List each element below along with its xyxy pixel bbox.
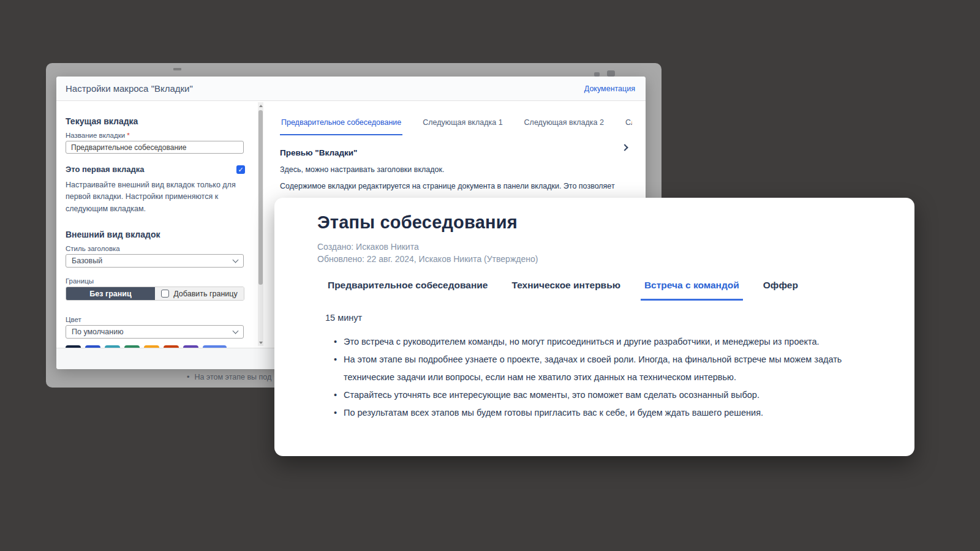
- list-item: Старайтесь уточнять все интересующие вас…: [334, 386, 858, 404]
- interview-stages-card: Этапы собеседования Создано: Искаков Ник…: [274, 198, 914, 456]
- tab-content: 15 минут Это встреча с руководителем ком…: [325, 313, 867, 422]
- chevron-down-icon: [233, 257, 239, 263]
- tab-offer[interactable]: Оффер: [760, 280, 802, 301]
- scrollbar-thumb[interactable]: [258, 110, 263, 285]
- add-border-segment[interactable]: Добавить границу: [155, 287, 244, 300]
- preview-tabs: Предварительное собеседование Следующая …: [280, 118, 632, 135]
- documentation-link[interactable]: Документация: [584, 84, 635, 93]
- chevron-down-icon: [233, 328, 239, 334]
- preview-tab-1[interactable]: Предварительное собеседование: [280, 118, 402, 135]
- header-style-select[interactable]: Базовый: [66, 254, 244, 268]
- first-tab-row: Это первая вкладка ✓: [66, 165, 245, 174]
- add-border-checkbox[interactable]: [161, 290, 169, 298]
- form-scrollbar[interactable]: [258, 102, 263, 346]
- preview-paragraph-1: Здесь, можно настраивать заголовки вклад…: [280, 165, 645, 174]
- color-select[interactable]: По умолчанию: [66, 325, 244, 339]
- first-tab-hint: Настраивайте внешний вид вкладок только …: [66, 179, 244, 215]
- tab-preliminary-interview[interactable]: Предварительное собеседование: [324, 280, 491, 301]
- preview-tab-2[interactable]: Следующая вкладка 1: [421, 118, 503, 134]
- list-item: Это встреча с руководителем команды, но …: [334, 333, 858, 351]
- preview-heading: Превью "Вкладки": [280, 148, 645, 157]
- tab-name-label: Название вкладки *: [66, 132, 248, 139]
- tabs-overflow-chevron-icon[interactable]: [622, 143, 631, 153]
- required-asterisk: *: [127, 132, 129, 139]
- duration-text: 15 минут: [325, 313, 867, 323]
- header-style-label: Стиль заголовка: [66, 245, 248, 252]
- preview-tab-3[interactable]: Следующая вкладка 2: [523, 118, 605, 134]
- stage-bullet-list: Это встреча с руководителем команды, но …: [325, 333, 858, 422]
- dialog-header: Настройки макроса "Вкладки" Документация: [56, 77, 646, 101]
- no-borders-segment[interactable]: Без границ: [66, 287, 155, 300]
- bullet-dot: •: [187, 373, 189, 381]
- scroll-up-arrow[interactable]: [258, 102, 263, 109]
- background-toolbar-icon: [607, 70, 615, 77]
- section-current-tab: Текущая вкладка: [66, 116, 248, 126]
- background-page-fragment: [173, 68, 181, 70]
- first-tab-checkbox[interactable]: ✓: [236, 165, 245, 174]
- preview-tab-4-clipped[interactable]: Следующ: [624, 118, 632, 134]
- borders-segmented-control: Без границ Добавить границу: [66, 287, 244, 301]
- dialog-title: Настройки макроса "Вкладки": [66, 83, 193, 94]
- borders-label: Границы: [66, 277, 248, 285]
- color-label: Цвет: [66, 316, 248, 323]
- updated-by: Обновлено: 22 авг. 2024, Искаков Никита …: [317, 253, 867, 265]
- first-tab-label: Это первая вкладка: [66, 165, 144, 174]
- section-appearance: Внешний вид вкладок: [66, 230, 248, 239]
- list-item: По результатам всех этапов мы будем гото…: [334, 404, 858, 422]
- created-by: Создано: Искаков Никита: [317, 241, 867, 253]
- list-item: На этом этапе вы подробнее узнаете о про…: [334, 351, 858, 386]
- page-meta: Создано: Искаков Никита Обновлено: 22 ав…: [317, 241, 867, 265]
- tab-name-input[interactable]: [66, 141, 244, 154]
- preview-paragraph-2: Содержимое вкладки редактируется на стра…: [280, 182, 645, 190]
- stage-tabs: Предварительное собеседование Техническо…: [324, 280, 867, 301]
- tab-technical-interview[interactable]: Техническое интервью: [508, 280, 624, 301]
- tab-team-meeting[interactable]: Встреча с командой: [641, 280, 743, 301]
- page-title: Этапы собеседования: [317, 212, 867, 233]
- background-toolbar-icon: [594, 72, 600, 77]
- scroll-down-arrow[interactable]: [258, 339, 263, 346]
- settings-form-panel: Текущая вкладка Название вкладки * Это п…: [56, 101, 258, 348]
